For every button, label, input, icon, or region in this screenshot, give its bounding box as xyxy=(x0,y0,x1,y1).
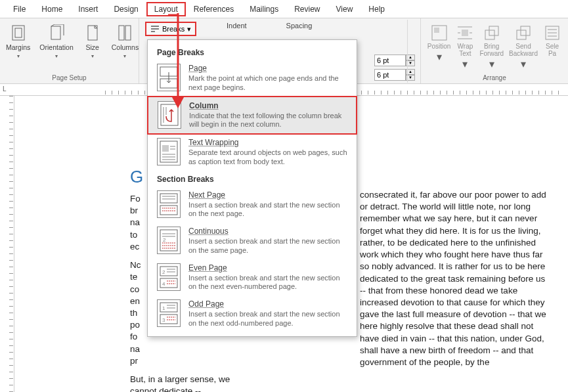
indent-label: Indent xyxy=(227,22,247,30)
column-desc: Indicate that the text following the col… xyxy=(189,112,347,130)
continuous-label: Continuous xyxy=(188,227,347,236)
menu-help[interactable]: Help xyxy=(360,2,393,16)
chevron-down-icon: ▾ xyxy=(91,53,94,59)
columns-button[interactable]: Columns ▾ xyxy=(110,22,141,60)
breaks-button[interactable]: Breaks ▾ xyxy=(145,22,196,36)
margins-button[interactable]: Margins ▾ xyxy=(4,22,32,60)
size-icon xyxy=(84,24,101,41)
breaks-icon xyxy=(150,24,160,33)
menu-references[interactable]: References xyxy=(186,2,242,16)
size-label: Size xyxy=(86,44,99,52)
margins-icon xyxy=(10,24,27,41)
svg-rect-19 xyxy=(160,194,177,203)
next-page-icon xyxy=(157,190,181,218)
svg-rect-4 xyxy=(119,26,124,40)
columns-label: Columns xyxy=(112,44,139,52)
break-column[interactable]: Column Indicate that the text following … xyxy=(147,96,357,135)
svg-rect-0 xyxy=(12,26,24,40)
svg-rect-5 xyxy=(125,26,131,40)
chevron-down-icon: ▾ xyxy=(55,53,58,59)
column-break-icon xyxy=(158,101,181,129)
menu-review[interactable]: Review xyxy=(286,2,328,16)
menu-home[interactable]: Home xyxy=(33,2,70,16)
break-text-wrapping[interactable]: Text Wrapping Separate text around objec… xyxy=(148,134,357,171)
next-page-desc: Insert a section break and start the new… xyxy=(188,201,347,219)
break-even-page[interactable]: 24 Even Page Insert a section break and … xyxy=(148,259,357,296)
svg-rect-10 xyxy=(489,26,498,35)
break-continuous[interactable]: 2 Continuous Insert a section break and … xyxy=(148,223,357,259)
arrange-group-label: Arrange xyxy=(421,74,568,83)
column-label: Column xyxy=(189,101,347,110)
svg-text:3: 3 xyxy=(162,317,165,323)
spacing-after-input[interactable] xyxy=(374,69,406,81)
position-icon xyxy=(430,24,448,42)
bring-forward-icon xyxy=(483,24,501,42)
break-page[interactable]: Page Mark the point at which one page en… xyxy=(148,60,357,97)
spacing-label: Spacing xyxy=(286,22,313,30)
text-wrapping-label: Text Wrapping xyxy=(188,138,347,147)
wrap-text-button[interactable]: Wrap Text ▾ xyxy=(454,24,475,74)
orientation-icon xyxy=(48,24,65,41)
margins-label: Margins xyxy=(6,44,30,52)
selection-label: Sele Pa xyxy=(546,43,559,57)
even-page-icon: 24 xyxy=(157,263,181,291)
doc-p3: But, in a larger sense, we cannot dedica… xyxy=(130,374,258,392)
svg-rect-7 xyxy=(434,28,439,33)
page-label: Page xyxy=(188,64,347,73)
menu-view[interactable]: View xyxy=(328,2,361,16)
position-label: Position xyxy=(427,43,451,50)
svg-rect-2 xyxy=(51,26,60,39)
svg-text:1: 1 xyxy=(162,305,165,311)
orientation-button[interactable]: Orientation ▾ xyxy=(37,22,75,60)
send-backward-button[interactable]: Send Backward ▾ xyxy=(508,24,539,74)
chevron-down-icon: ▾ xyxy=(17,53,20,59)
breaks-label: Breaks xyxy=(162,25,185,33)
doc-column-right[interactable]: consecrated it, far above our poor power… xyxy=(360,189,548,368)
continuous-icon: 2 xyxy=(157,227,181,254)
page-break-icon xyxy=(157,64,181,91)
svg-rect-3 xyxy=(88,26,97,40)
svg-rect-11 xyxy=(521,26,530,35)
wrap-text-label: Wrap Text xyxy=(458,43,473,57)
svg-rect-18 xyxy=(162,145,169,152)
columns-icon xyxy=(116,24,133,41)
wrap-text-icon xyxy=(456,24,474,42)
menu-design[interactable]: Design xyxy=(106,2,146,16)
break-odd-page[interactable]: 13 Odd Page Insert a section break and s… xyxy=(148,295,357,332)
text-wrapping-icon xyxy=(157,138,181,165)
chevron-down-icon: ▾ xyxy=(489,58,494,70)
svg-text:2: 2 xyxy=(163,237,166,243)
menubar: File Home Insert Design Layout Reference… xyxy=(0,0,568,18)
send-backward-label: Send Backward xyxy=(509,43,538,57)
menu-file[interactable]: File xyxy=(5,2,33,16)
group-arrange: Position ▾ Wrap Text ▾ Bring Forward ▾ S… xyxy=(420,18,568,83)
menu-layout[interactable]: Layout xyxy=(146,2,186,16)
selection-pane-button[interactable]: Sele Pa xyxy=(542,24,563,74)
bring-forward-button[interactable]: Bring Forward ▾ xyxy=(478,24,505,74)
odd-page-label: Odd Page xyxy=(188,299,347,309)
page-desc: Mark the point at which one page ends an… xyxy=(188,74,347,93)
chevron-down-icon: ▾ xyxy=(521,58,526,70)
spacing-spinners: ▲▼ ▲▼ xyxy=(374,54,415,81)
text-wrapping-desc: Separate text around objects on web page… xyxy=(188,148,347,167)
spacing-before: ▲▼ xyxy=(374,54,415,66)
group-page-setup: Margins ▾ Orientation ▾ Size ▾ Columns ▾… xyxy=(0,18,139,83)
chevron-down-icon: ▾ xyxy=(123,53,126,59)
svg-rect-9 xyxy=(485,30,494,39)
chevron-down-icon: ▾ xyxy=(437,51,442,63)
position-button[interactable]: Position ▾ xyxy=(426,24,452,74)
svg-text:2: 2 xyxy=(162,269,165,275)
page-breaks-heading: Page Breaks xyxy=(148,44,357,60)
menu-mailings[interactable]: Mailings xyxy=(242,2,286,16)
size-button[interactable]: Size ▾ xyxy=(81,22,104,60)
odd-page-icon: 13 xyxy=(157,299,181,327)
spacing-before-input[interactable] xyxy=(374,54,406,66)
svg-rect-20 xyxy=(160,206,177,215)
selection-icon xyxy=(543,24,561,42)
ruler-corner: L xyxy=(3,85,7,93)
chevron-down-icon: ▾ xyxy=(462,58,468,70)
even-page-label: Even Page xyxy=(188,263,347,272)
break-next-page[interactable]: Next Page Insert a section break and sta… xyxy=(148,186,357,223)
continuous-desc: Insert a section break and start the new… xyxy=(188,237,347,255)
menu-insert[interactable]: Insert xyxy=(70,2,106,16)
